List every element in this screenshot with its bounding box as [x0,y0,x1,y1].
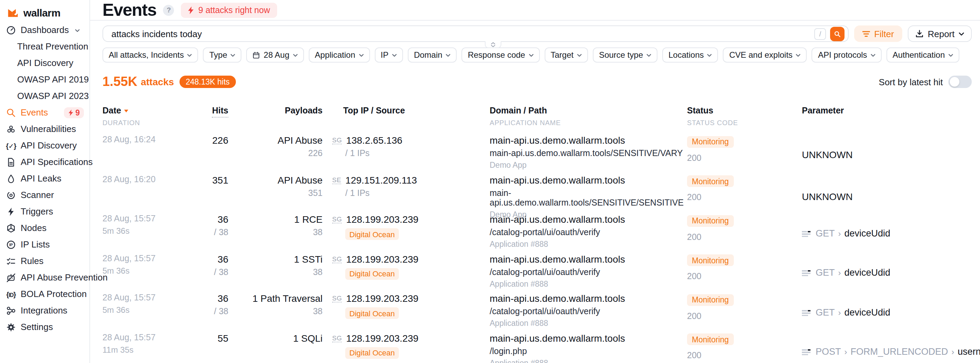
search-input[interactable] [110,28,810,40]
report-button[interactable]: Report [908,25,972,42]
wallarm-logo[interactable]: wallarm [0,5,89,19]
sidebar-item-api-specifications[interactable]: API Specifications [0,154,89,170]
sidebar-item-integrations[interactable]: Integrations [0,302,89,319]
sidebar-item-api-abuse-prevention[interactable]: API Abuse Prevention [0,269,89,286]
geo-code: SG [332,294,342,302]
filter-chip-target[interactable]: Target [544,48,588,62]
sidebar-item-owasp-api-2023[interactable]: OWASP API 2023 [0,88,89,105]
event-payload-count: 38 [228,267,323,277]
status-badge: Monitoring [687,333,733,345]
event-path: /catalog-portal/ui/oauth/verify [490,228,687,237]
sidebar: wallarm DashboardsThreat PreventionAPI D… [0,0,90,363]
sidebar-item-triggers[interactable]: Triggers [0,204,89,220]
main-area: Events ? 9 attacks right now / Filter [90,0,980,363]
event-parameter: GET›deviceUdid [802,293,972,333]
search-icon [834,30,840,37]
event-row[interactable]: 28 Aug, 16:24226API Abuse226SG138.2.65.1… [102,135,972,174]
attacks-count-label: attacks [141,76,174,87]
filter-chip-application[interactable]: Application [309,48,370,62]
sidebar-item-label: API Specifications [21,158,93,167]
geo-code: SG [332,334,342,342]
filter-chip-authentication[interactable]: Authentication [886,48,959,62]
event-date: 28 Aug, 15:57 [102,293,185,303]
filter-chip-locations[interactable]: Locations [662,48,718,62]
event-duration: 5m 36s [102,266,185,275]
sidebar-item-api-leaks[interactable]: API Leaks [0,170,89,187]
filter-chip-label: Application [315,50,355,60]
sidebar-item-threat-prevention[interactable]: Threat Prevention [0,38,89,55]
filter-chip-all-attacks-incidents[interactable]: All attacks, Incidents [102,48,199,62]
filter-chip-ip[interactable]: IP [374,48,403,62]
sidebar-item-nodes[interactable]: Nodes [0,220,89,237]
event-row[interactable]: 28 Aug, 16:20351API Abuse351SE129.151.20… [102,174,972,214]
events-table: Date DURATION Hits Payloads Top IP / Sou… [90,106,980,363]
event-parameter: UNKNOWN [802,135,972,174]
event-path: main-api.us.demo.wallarm.tools/SENSITIVE… [490,188,687,207]
search-expander-button[interactable] [485,41,501,48]
lightning-icon [6,207,16,217]
filter-chip-28-aug[interactable]: 28 Aug [247,48,304,62]
sidebar-item-api-discovery[interactable]: {✓}API Discovery [0,137,89,154]
status-badge: Monitoring [687,215,733,226]
event-row[interactable]: 28 Aug, 15:575m 36s36/ 381 SSTi38SG128.1… [102,253,972,293]
geo-code: SG [332,255,342,263]
filter-button[interactable]: Filter [854,25,902,42]
chevron-down-icon [577,53,582,57]
filter-chip-type[interactable]: Type [203,48,242,62]
droplet-icon [6,174,16,183]
sidebar-item-bola-protection[interactable]: {ID}BOLA Protection [0,286,89,302]
sidebar-item-ip-lists[interactable]: IPIP Lists [0,237,89,253]
geo-code: SG [332,136,342,144]
ip-count-note: / 1 IPs [345,188,490,197]
sidebar-item-vulnerabilities[interactable]: Vulnerabilities [0,121,89,137]
source-badge: Digital Ocean [345,228,399,240]
column-header-status: Status [687,106,802,116]
sidebar-item-label: Integrations [21,306,67,315]
page-title: Events [102,0,156,20]
geo-code: SG [332,215,342,223]
filter-chip-domain[interactable]: Domain [408,48,457,62]
sidebar-item-events[interactable]: Events9 [0,105,89,121]
table-header-row: Date DURATION Hits Payloads Top IP / Sou… [102,106,972,127]
filter-chip-label: Locations [668,50,704,60]
sidebar-item-owasp-api-2019[interactable]: OWASP API 2019 [0,72,89,88]
event-date: 28 Aug, 16:24 [102,135,185,145]
help-icon[interactable]: ? [163,5,174,16]
filter-chip-cve-and-exploits[interactable]: CVE and exploits [723,48,807,62]
gauge-icon [6,25,16,35]
lightning-icon [188,6,194,14]
filter-chip-response-code[interactable]: Response code [461,48,539,62]
search-button[interactable] [830,27,845,41]
column-header-date[interactable]: Date [102,106,185,116]
event-payload-count: 226 [228,148,323,158]
filter-chip-label: Authentication [892,50,945,60]
event-payload: 1 SSTi [228,253,323,264]
filter-chip-label: Domain [414,50,442,60]
report-button-label: Report [928,29,955,39]
event-row[interactable]: 28 Aug, 15:575m 36s36/ 381 Path Traversa… [102,293,972,333]
share-nodes-icon [6,306,16,315]
chevron-down-icon [75,29,80,32]
chevron-down-icon [293,53,298,57]
column-header-hits[interactable]: Hits [185,106,228,118]
sidebar-item-label: Events [21,108,48,118]
request-lines-icon [802,230,811,237]
sort-by-latest-hit-toggle[interactable] [948,76,972,88]
sidebar-item-label: Scanner [21,190,54,200]
event-row[interactable]: 28 Aug, 15:5711m 35s551 SQLiSG128.199.20… [102,333,972,363]
filter-chip-api-protocols[interactable]: API protocols [812,48,881,62]
event-row[interactable]: 28 Aug, 15:575m 36s36/ 381 RCE38SG128.19… [102,214,972,253]
sidebar-item-settings[interactable]: Settings [0,319,89,336]
checklist-icon [6,256,16,266]
sidebar-item-label: Threat Prevention [17,42,88,52]
sidebar-item-label: API Discovery [21,141,77,151]
attacks-count: 1.55K [102,74,137,89]
sidebar-item-scanner[interactable]: Scanner [0,187,89,204]
http-method: GET [816,307,835,318]
sidebar-item-rules[interactable]: Rules [0,253,89,269]
sidebar-item-dashboards[interactable]: Dashboards [0,22,89,38]
attacks-alert-badge[interactable]: 9 attacks right now [181,2,277,18]
filter-chip-label: Response code [468,50,525,60]
filter-chip-source-type[interactable]: Source type [593,48,657,62]
sidebar-item-api-discovery[interactable]: API Discovery [0,55,89,72]
